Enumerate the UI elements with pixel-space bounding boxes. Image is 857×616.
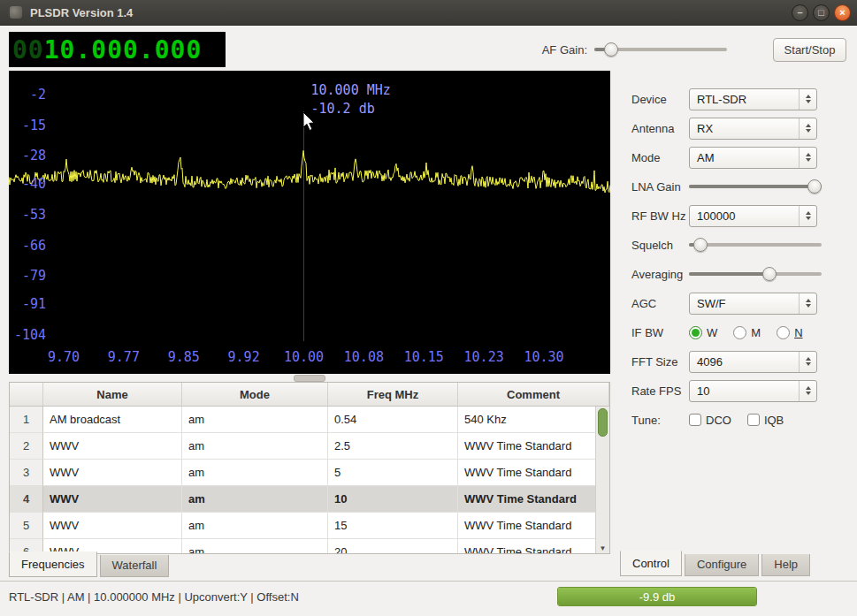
start-stop-button[interactable]: Start/Stop: [773, 38, 846, 62]
rf-bw-value: 100000: [690, 209, 799, 223]
checkbox-icon: [747, 414, 760, 426]
af-gain-label: AF Gain:: [516, 43, 587, 57]
agc-value: SW/F: [690, 297, 799, 310]
frequency-table: NameModeFreq MHzComment 1AM broadcastam0…: [9, 382, 610, 554]
cell-freq: 10: [328, 486, 458, 513]
cell-freq: 2.5: [328, 433, 458, 460]
table-body: 1AM broadcastam0.54540 Khz2WWVam2.5WWV T…: [10, 407, 596, 553]
header-freq-mhz[interactable]: Freq MHz: [328, 383, 458, 406]
rate-fps-label: Rate FPS: [619, 384, 689, 398]
frequency-display[interactable]: 0010.000.000: [9, 32, 226, 67]
slider-fill: [689, 185, 822, 188]
squelch-slider[interactable]: [689, 234, 822, 255]
maximize-button[interactable]: □: [813, 4, 830, 21]
y-axis-tick-label: -2: [11, 87, 46, 103]
checkbox-label: DCO: [706, 414, 731, 427]
table-row[interactable]: 3WWVam5WWV Time Standard: [10, 460, 596, 486]
scrollbar-thumb[interactable]: [598, 408, 608, 437]
tune-row: Tune: DCOIQB: [619, 409, 842, 430]
averaging-slider[interactable]: [689, 263, 822, 285]
spin-arrows-icon[interactable]: [799, 206, 816, 226]
table-row[interactable]: 6WWVam20WWV Time Standard: [10, 539, 596, 554]
mode-row: Mode AM: [619, 147, 842, 168]
spectrum-panel[interactable]: 10.000 MHz -10.2 db -2-15-28-40-53-66-79…: [9, 71, 610, 374]
table-row[interactable]: 5WWVam15WWV Time Standard: [10, 513, 596, 539]
fft-size-spinbox[interactable]: 4096: [689, 351, 817, 373]
panel-tab-control[interactable]: Control: [620, 551, 682, 576]
table-row[interactable]: 4WWVam10WWV Time Standard: [10, 486, 596, 513]
fft-size-row: FFT Size 4096: [619, 351, 842, 372]
averaging-label: Averaging: [619, 268, 689, 281]
marker-level: -10.2 db: [311, 100, 391, 118]
scrollbar-down-arrow-icon[interactable]: ▼: [596, 544, 609, 552]
device-row: Device RTL-SDR: [619, 88, 842, 110]
cell-num: 2: [10, 433, 43, 460]
slider-handle[interactable]: [807, 179, 822, 194]
device-label: Device: [619, 93, 689, 106]
lna-gain-row: LNA Gain: [619, 176, 842, 197]
agc-combo[interactable]: SW/F: [689, 293, 817, 315]
view-tab-waterfall[interactable]: Waterfall: [100, 555, 170, 577]
tune-checkbox-iqb[interactable]: IQB: [747, 414, 784, 427]
spin-arrows-icon[interactable]: [799, 293, 816, 314]
if-bw-label: IF BW: [619, 326, 689, 339]
device-combo[interactable]: RTL-SDR: [689, 88, 817, 110]
antenna-row: Antenna RX: [619, 118, 842, 139]
if-bw-radio-n[interactable]: N: [777, 326, 802, 339]
signal-meter-value: -9.9 db: [558, 588, 756, 605]
header-comment[interactable]: Comment: [458, 383, 609, 406]
cell-name: WWV: [43, 513, 182, 539]
fft-size-label: FFT Size: [619, 355, 689, 369]
y-axis-tick-label: -66: [11, 238, 46, 254]
header-name[interactable]: Name: [43, 383, 182, 406]
averaging-row: Averaging: [619, 263, 842, 285]
spin-arrows-icon[interactable]: [799, 118, 816, 139]
lna-gain-slider[interactable]: [689, 176, 822, 197]
cell-freq: 15: [328, 513, 458, 539]
checkbox-icon: [689, 414, 701, 426]
spin-arrows-icon[interactable]: [799, 352, 816, 372]
header-mode[interactable]: Mode: [182, 383, 328, 406]
spin-arrows-icon[interactable]: [799, 381, 816, 401]
radio-label: W: [707, 326, 717, 339]
panel-tab-help[interactable]: Help: [761, 554, 810, 576]
spin-arrows-icon[interactable]: [799, 148, 816, 168]
cell-mode: am: [182, 486, 328, 513]
splitter-handle[interactable]: [9, 374, 610, 382]
cell-num: 4: [10, 486, 43, 513]
radio-icon: [777, 326, 790, 339]
vertical-scrollbar[interactable]: ▼: [595, 407, 609, 553]
tune-checkbox-dco[interactable]: DCO: [689, 414, 731, 427]
agc-row: AGC SW/F: [619, 293, 842, 314]
view-tab-frequencies[interactable]: Frequencies: [9, 551, 97, 577]
tune-label: Tune:: [619, 414, 689, 427]
if-bw-row: IF BW WMN: [619, 322, 842, 343]
cell-mode: am: [182, 539, 328, 554]
header-row-number[interactable]: [10, 383, 43, 406]
slider-handle[interactable]: [762, 267, 777, 281]
rf-bw-spinbox[interactable]: 100000: [689, 205, 817, 227]
antenna-combo[interactable]: RX: [689, 118, 817, 140]
left-tab-bar: FrequenciesWaterfall: [9, 554, 172, 577]
if-bw-radio-m[interactable]: M: [733, 326, 761, 339]
cell-comment: WWV Time Standard: [458, 539, 596, 554]
if-bw-radio-w[interactable]: W: [689, 326, 717, 339]
x-axis-tick-label: 10.23: [464, 349, 504, 365]
minimize-button[interactable]: –: [792, 4, 808, 21]
device-value: RTL-SDR: [690, 93, 799, 106]
rate-fps-spinbox[interactable]: 10: [689, 380, 817, 402]
mode-combo[interactable]: AM: [689, 147, 817, 169]
cell-mode: am: [182, 513, 328, 539]
close-button[interactable]: ×: [834, 4, 851, 21]
table-row[interactable]: 2WWVam2.5WWV Time Standard: [10, 433, 596, 460]
af-gain-slider[interactable]: [594, 39, 727, 60]
table-row[interactable]: 1AM broadcastam0.54540 Khz: [10, 407, 596, 433]
panel-tab-configure[interactable]: Configure: [685, 554, 759, 576]
rf-bw-label: RF BW Hz: [619, 209, 689, 223]
slider-handle[interactable]: [604, 42, 618, 57]
spin-arrows-icon[interactable]: [799, 89, 816, 110]
frequency-lit-digits: 10.000.000: [44, 35, 203, 65]
radio-label: M: [751, 326, 761, 339]
slider-handle[interactable]: [693, 238, 708, 252]
window-controls: – □ ×: [792, 4, 857, 21]
